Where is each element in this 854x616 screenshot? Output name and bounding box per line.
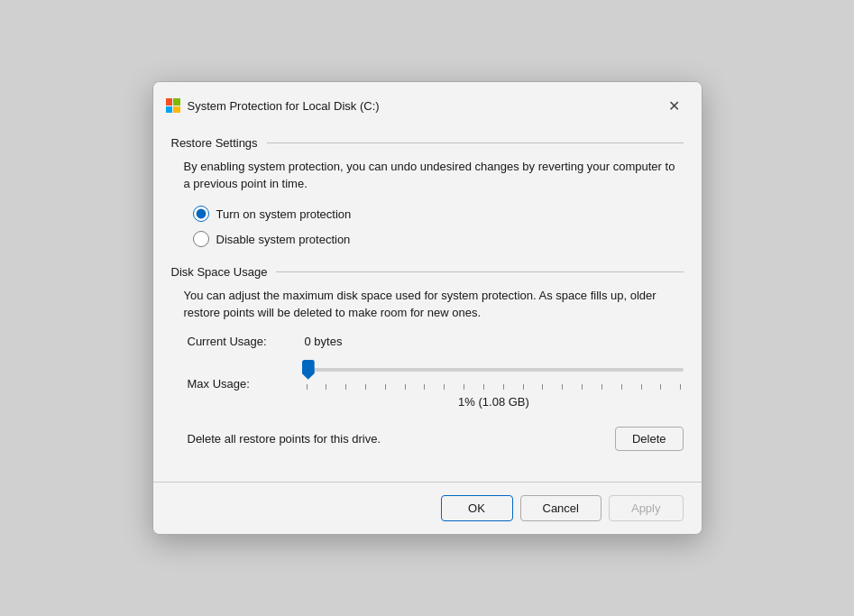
tick xyxy=(326,384,326,390)
disk-description: You can adjust the maximum disk space us… xyxy=(184,288,684,322)
dialog-body: Restore Settings By enabling system prot… xyxy=(153,127,702,481)
dialog-title: System Protection for Local Disk (C:) xyxy=(188,99,380,113)
delete-button[interactable]: Delete xyxy=(615,427,684,451)
slider-ticks xyxy=(305,384,684,390)
disable-radio[interactable] xyxy=(193,231,209,247)
current-usage-label: Current Usage: xyxy=(188,335,305,348)
tick xyxy=(523,384,524,390)
windows-icon xyxy=(166,98,180,113)
slider-background xyxy=(305,368,684,372)
tick xyxy=(503,384,504,390)
slider-thumb[interactable] xyxy=(302,360,315,380)
tick xyxy=(562,384,563,390)
tick xyxy=(345,384,346,390)
tick xyxy=(542,384,543,390)
delete-label: Delete all restore points for this drive… xyxy=(188,432,381,446)
title-bar-left: System Protection for Local Disk (C:) xyxy=(166,98,380,113)
delete-row: Delete all restore points for this drive… xyxy=(184,427,684,451)
tick xyxy=(483,384,484,390)
dialog-footer: OK Cancel Apply xyxy=(153,482,702,534)
restore-section-title: Restore Settings xyxy=(171,136,258,150)
max-usage-slider-container: 1% (1.08 GB) xyxy=(305,359,684,409)
usage-grid: Current Usage: 0 bytes Max Usage: xyxy=(184,335,684,409)
restore-description: By enabling system protection, you can u… xyxy=(184,159,684,193)
close-button[interactable]: ✕ xyxy=(662,93,687,118)
disk-section-title: Disk Space Usage xyxy=(171,265,268,279)
turn-on-label: Turn on system protection xyxy=(216,207,352,221)
protection-radio-group: Turn on system protection Disable system… xyxy=(184,206,684,247)
restore-section-divider xyxy=(267,143,684,143)
turn-on-option[interactable]: Turn on system protection xyxy=(193,206,684,222)
tick xyxy=(424,384,425,390)
tick xyxy=(307,384,308,390)
restore-section-content: By enabling system protection, you can u… xyxy=(171,159,684,247)
tick xyxy=(621,384,622,390)
cancel-button[interactable]: Cancel xyxy=(520,495,601,521)
ok-button[interactable]: OK xyxy=(441,495,513,521)
current-usage-value: 0 bytes xyxy=(305,335,684,348)
tick xyxy=(405,384,406,390)
disable-option[interactable]: Disable system protection xyxy=(193,231,684,247)
tick xyxy=(385,384,386,390)
tick xyxy=(641,384,642,390)
title-bar: System Protection for Local Disk (C:) ✕ xyxy=(153,82,702,127)
tick xyxy=(464,384,464,390)
tick xyxy=(365,384,366,390)
disk-section-header: Disk Space Usage xyxy=(171,265,684,279)
disk-section-divider xyxy=(276,271,683,272)
max-usage-label: Max Usage: xyxy=(188,377,305,391)
slider-track[interactable] xyxy=(305,359,684,381)
disk-section: Disk Space Usage You can adjust the maxi… xyxy=(171,265,684,451)
tick xyxy=(601,384,602,390)
turn-on-radio[interactable] xyxy=(193,206,209,222)
restore-section-header: Restore Settings xyxy=(171,136,684,150)
tick xyxy=(582,384,583,390)
slider-percent-label: 1% (1.08 GB) xyxy=(305,395,684,409)
disable-label: Disable system protection xyxy=(216,233,351,246)
tick xyxy=(444,384,445,390)
tick xyxy=(680,384,681,390)
disk-section-content: You can adjust the maximum disk space us… xyxy=(171,288,684,451)
tick xyxy=(660,384,661,390)
system-protection-dialog: System Protection for Local Disk (C:) ✕ … xyxy=(152,81,702,534)
apply-button[interactable]: Apply xyxy=(609,495,684,521)
